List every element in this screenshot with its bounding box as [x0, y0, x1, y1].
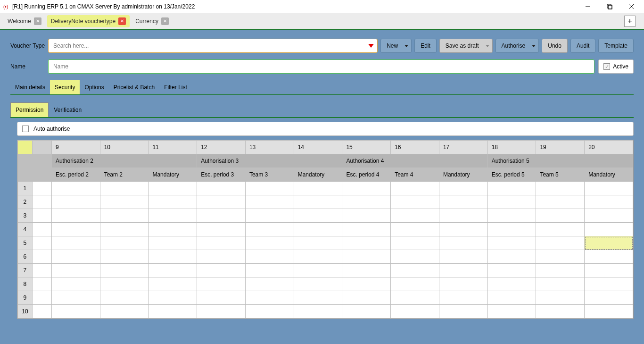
grid-cell[interactable]: [51, 236, 100, 250]
grid-cell[interactable]: [585, 277, 633, 291]
grid-cell[interactable]: [391, 264, 439, 277]
grid-cell[interactable]: [100, 209, 149, 223]
grid-cell[interactable]: [197, 236, 246, 250]
grid-cell[interactable]: [100, 236, 149, 250]
grid-cell[interactable]: [100, 250, 149, 264]
grid-cell[interactable]: [391, 291, 439, 305]
grid-cell[interactable]: [197, 291, 246, 305]
grid-cell[interactable]: [342, 305, 391, 319]
edit-button[interactable]: Edit: [414, 39, 437, 53]
grid-cell[interactable]: [149, 250, 197, 264]
grid-cell[interactable]: [536, 250, 585, 264]
grid-cell[interactable]: [32, 236, 51, 250]
grid-cell[interactable]: [487, 264, 536, 277]
grid-cell[interactable]: [100, 305, 149, 319]
grid-cell[interactable]: [245, 182, 294, 195]
grid-cell[interactable]: [439, 209, 487, 223]
grid-cell[interactable]: [245, 305, 294, 319]
grid-cell[interactable]: [585, 264, 633, 277]
grid-cell[interactable]: [439, 264, 487, 277]
grid-cell[interactable]: [51, 182, 100, 195]
grid-cell[interactable]: [536, 291, 585, 305]
template-button[interactable]: Template: [598, 39, 634, 53]
close-icon[interactable]: ✕: [161, 17, 169, 25]
grid-cell[interactable]: [149, 305, 197, 319]
grid-cell[interactable]: [585, 195, 633, 209]
grid-cell[interactable]: [585, 236, 633, 250]
grid-cell[interactable]: [294, 291, 342, 305]
grid-cell[interactable]: [32, 223, 51, 236]
grid-cell[interactable]: [294, 236, 342, 250]
grid-cell[interactable]: [585, 209, 633, 223]
grid-cell[interactable]: [149, 223, 197, 236]
grid-cell[interactable]: [32, 291, 51, 305]
grid-cell[interactable]: [391, 209, 439, 223]
grid-cell[interactable]: [100, 223, 149, 236]
grid-cell[interactable]: [391, 182, 439, 195]
row-number-cell[interactable]: 6: [18, 250, 33, 264]
grid-cell[interactable]: [32, 264, 51, 277]
grid-cell[interactable]: [197, 195, 246, 209]
grid-cell[interactable]: [585, 291, 633, 305]
grid-cell[interactable]: [439, 250, 487, 264]
auto-authorise-bar[interactable]: Auto authorise: [17, 122, 634, 136]
grid-cell[interactable]: [342, 277, 391, 291]
grid-cell[interactable]: [439, 305, 487, 319]
grid-corner-cell[interactable]: [18, 141, 33, 154]
grid-cell[interactable]: [294, 195, 342, 209]
grid-cell[interactable]: [32, 305, 51, 319]
subtab-verification[interactable]: Verification: [49, 102, 87, 117]
grid-cell[interactable]: [536, 236, 585, 250]
grid-cell[interactable]: [245, 209, 294, 223]
grid-cell[interactable]: [51, 250, 100, 264]
grid-cell[interactable]: [32, 250, 51, 264]
grid-cell[interactable]: [51, 195, 100, 209]
grid-cell[interactable]: [585, 223, 633, 236]
tab-options[interactable]: Options: [80, 80, 108, 94]
grid-cell[interactable]: [391, 195, 439, 209]
grid-cell[interactable]: [149, 291, 197, 305]
grid-cell[interactable]: [439, 223, 487, 236]
grid-cell[interactable]: [149, 195, 197, 209]
grid-cell[interactable]: [294, 305, 342, 319]
voucher-type-dropdown-button[interactable]: [364, 39, 378, 53]
grid-cell[interactable]: [245, 236, 294, 250]
tab-deliverynote[interactable]: DeliveryNote vouchertype ✕: [47, 15, 130, 27]
active-checkbox-wrap[interactable]: ✓ Active: [598, 59, 634, 74]
grid-cell[interactable]: [487, 291, 536, 305]
grid-cell[interactable]: [536, 277, 585, 291]
maximize-button[interactable]: [599, 0, 620, 13]
new-button[interactable]: New: [380, 39, 412, 53]
grid-cell[interactable]: [294, 264, 342, 277]
grid-cell[interactable]: [342, 223, 391, 236]
tab-pricelist-batch[interactable]: Pricelist & Batch: [109, 80, 159, 94]
row-number-cell[interactable]: 9: [18, 291, 33, 305]
tab-currency[interactable]: Currency ✕: [132, 15, 173, 27]
grid-cell[interactable]: [149, 182, 197, 195]
grid-cell[interactable]: [32, 209, 51, 223]
grid-cell[interactable]: [536, 182, 585, 195]
grid-cell[interactable]: [342, 195, 391, 209]
grid-cell[interactable]: [342, 209, 391, 223]
grid-cell[interactable]: [439, 291, 487, 305]
grid-cell[interactable]: [197, 305, 246, 319]
grid-cell[interactable]: [487, 305, 536, 319]
grid-cell[interactable]: [245, 291, 294, 305]
grid-cell[interactable]: [391, 305, 439, 319]
grid-cell[interactable]: [487, 182, 536, 195]
grid-cell[interactable]: [51, 264, 100, 277]
grid-cell[interactable]: [51, 209, 100, 223]
tab-main-details[interactable]: Main details: [10, 80, 50, 94]
row-number-cell[interactable]: 7: [18, 264, 33, 277]
grid-cell[interactable]: [51, 305, 100, 319]
grid-cell[interactable]: [391, 277, 439, 291]
grid-cell[interactable]: [100, 277, 149, 291]
save-draft-button[interactable]: Save as draft: [439, 39, 493, 53]
grid-cell[interactable]: [197, 277, 246, 291]
grid-cell[interactable]: [100, 182, 149, 195]
grid-cell[interactable]: [487, 223, 536, 236]
grid-cell[interactable]: [149, 209, 197, 223]
grid-cell[interactable]: [294, 277, 342, 291]
grid-cell[interactable]: [32, 277, 51, 291]
grid-cell[interactable]: [294, 209, 342, 223]
